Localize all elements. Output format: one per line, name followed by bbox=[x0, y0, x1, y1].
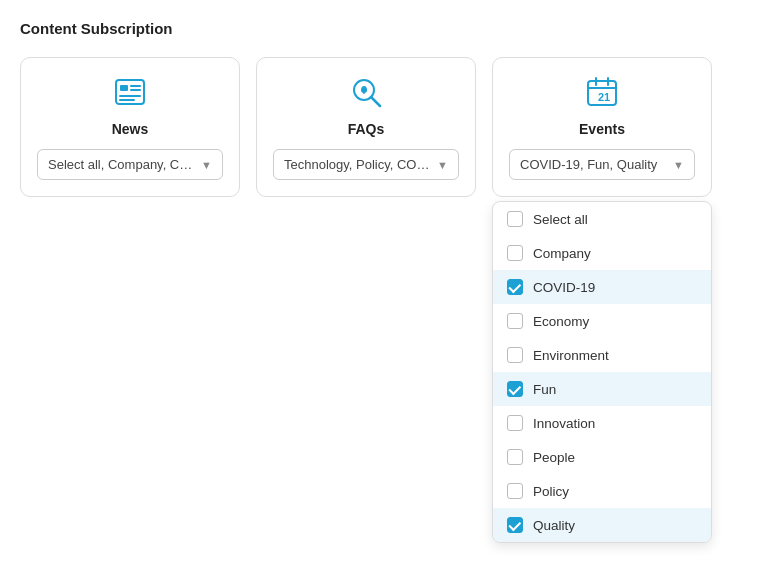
faqs-icon: ? bbox=[348, 74, 384, 113]
events-card-title: Events bbox=[579, 121, 625, 137]
checkbox-policy[interactable] bbox=[507, 483, 523, 499]
chevron-down-icon: ▼ bbox=[437, 159, 448, 171]
item-label-company: Company bbox=[533, 246, 697, 261]
news-icon bbox=[112, 74, 148, 113]
dropdown-item-economy[interactable]: Economy bbox=[493, 304, 711, 338]
chevron-down-icon: ▼ bbox=[201, 159, 212, 171]
item-label-quality: Quality bbox=[533, 518, 697, 533]
checkbox-fun[interactable] bbox=[507, 381, 523, 397]
dropdown-item-select-all[interactable]: Select all bbox=[493, 202, 711, 236]
checkbox-select-all[interactable] bbox=[507, 211, 523, 227]
news-dropdown-trigger[interactable]: Select all, Company, CO... ▼ bbox=[37, 149, 223, 180]
item-label-environment: Environment bbox=[533, 348, 697, 363]
events-icon: 21 bbox=[584, 74, 620, 113]
news-card: News Select all, Company, CO... ▼ bbox=[20, 57, 240, 197]
checkbox-environment[interactable] bbox=[507, 347, 523, 363]
news-dropdown-value: Select all, Company, CO... bbox=[48, 157, 197, 172]
dropdown-item-innovation[interactable]: Innovation bbox=[493, 406, 711, 440]
item-label-people: People bbox=[533, 450, 697, 465]
events-dropdown-value: COVID-19, Fun, Quality bbox=[520, 157, 669, 172]
svg-text:?: ? bbox=[361, 85, 367, 96]
events-dropdown-panel: Select allCompanyCOVID-19EconomyEnvironm… bbox=[492, 201, 712, 543]
dropdown-item-environment[interactable]: Environment bbox=[493, 338, 711, 372]
checkbox-company[interactable] bbox=[507, 245, 523, 261]
checkbox-economy[interactable] bbox=[507, 313, 523, 329]
checkbox-quality[interactable] bbox=[507, 517, 523, 533]
item-label-covid-19: COVID-19 bbox=[533, 280, 697, 295]
chevron-down-icon: ▼ bbox=[673, 159, 684, 171]
checkbox-innovation[interactable] bbox=[507, 415, 523, 431]
item-label-select-all: Select all bbox=[533, 212, 697, 227]
item-label-policy: Policy bbox=[533, 484, 697, 499]
dropdown-item-fun[interactable]: Fun bbox=[493, 372, 711, 406]
events-column: 21 Events COVID-19, Fun, Quality ▼ Selec… bbox=[492, 57, 712, 543]
faqs-dropdown-value: Technology, Policy, COVI... bbox=[284, 157, 433, 172]
item-label-innovation: Innovation bbox=[533, 416, 697, 431]
faqs-dropdown-trigger[interactable]: Technology, Policy, COVI... ▼ bbox=[273, 149, 459, 180]
dropdown-item-company[interactable]: Company bbox=[493, 236, 711, 270]
checkbox-covid-19[interactable] bbox=[507, 279, 523, 295]
checkbox-people[interactable] bbox=[507, 449, 523, 465]
news-card-title: News bbox=[112, 121, 149, 137]
svg-text:21: 21 bbox=[598, 91, 610, 103]
faqs-card: ? FAQs Technology, Policy, COVI... ▼ bbox=[256, 57, 476, 197]
faqs-card-title: FAQs bbox=[348, 121, 385, 137]
dropdown-item-quality[interactable]: Quality bbox=[493, 508, 711, 542]
dropdown-item-policy[interactable]: Policy bbox=[493, 474, 711, 508]
item-label-economy: Economy bbox=[533, 314, 697, 329]
svg-line-7 bbox=[371, 97, 380, 106]
events-card: 21 Events COVID-19, Fun, Quality ▼ bbox=[492, 57, 712, 197]
page-title: Content Subscription bbox=[20, 20, 762, 37]
item-label-fun: Fun bbox=[533, 382, 697, 397]
dropdown-item-covid-19[interactable]: COVID-19 bbox=[493, 270, 711, 304]
events-dropdown-trigger[interactable]: COVID-19, Fun, Quality ▼ bbox=[509, 149, 695, 180]
svg-rect-1 bbox=[120, 85, 128, 91]
dropdown-item-people[interactable]: People bbox=[493, 440, 711, 474]
